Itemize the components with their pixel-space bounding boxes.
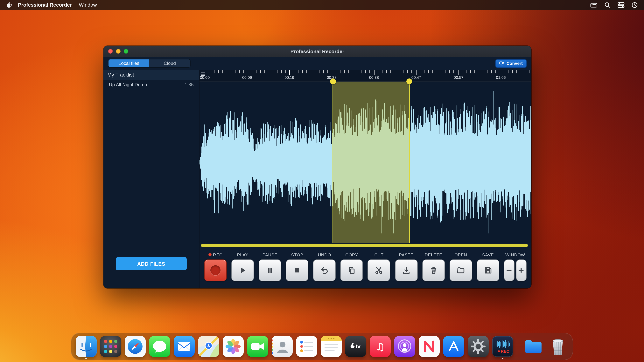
window-titlebar[interactable]: Professional Recorder [104,46,531,57]
music-icon: ♫ [370,336,391,357]
record-circle-icon [210,265,220,275]
timeline-minor-ticks [206,70,531,73]
dock-item-settings[interactable] [468,336,489,357]
delete-icon [429,266,438,275]
dock-item-downloads[interactable] [523,336,544,357]
window-title: Professional Recorder [104,48,531,54]
dock-item-podcasts[interactable] [394,336,415,357]
selection-region[interactable] [332,82,410,243]
running-indicator [502,358,504,359]
dock-item-messages[interactable] [149,336,170,357]
undo-button[interactable] [313,259,336,281]
dock-item-music[interactable]: ♫ [370,336,391,357]
dock-item-safari[interactable] [125,336,146,357]
paste-icon [402,266,411,275]
professional-recorder-icon: REC [492,336,513,357]
svg-text:♫: ♫ [376,341,385,353]
copy-button[interactable] [340,259,363,281]
convert-label: Convert [506,61,523,66]
timeline-major-tick [289,70,290,75]
clock-icon[interactable] [632,2,638,8]
horizontal-scrollbar [200,243,531,248]
dock-item-finder[interactable] [76,336,97,357]
toolbar-group-paste: PASTE [395,252,418,281]
toolbar-label: UNDO [318,252,331,257]
apple-logo-icon [6,2,12,8]
toolbar-label: WINDOW [505,252,525,257]
dock-item-news[interactable] [419,336,440,357]
add-files-button[interactable]: ADD FILES [116,257,187,270]
paste-button[interactable] [395,259,418,281]
toolbar-group-delete: DELETE [422,252,445,281]
menu-item-window[interactable]: Window [79,2,97,8]
dock-item-maps[interactable] [198,336,219,357]
dock-item-trash[interactable] [547,336,568,357]
scrollbar-thumb[interactable] [201,244,528,247]
toolbar-group-undo: UNDO [313,252,336,281]
dock-item-reminders[interactable] [296,336,317,357]
dock: tv♫REC [71,333,573,360]
timeline-label: 01:06 [496,75,506,80]
finder-icon [76,336,97,357]
podcasts-icon [394,336,415,357]
messages-icon [149,336,170,357]
save-button[interactable] [477,259,499,281]
close-button[interactable] [108,49,113,54]
menu-status-area [590,2,638,8]
track-row[interactable]: Up All Night Demo1:35 [104,80,199,89]
play-icon [238,266,247,275]
search-icon[interactable] [604,2,610,8]
dock-item-appletv[interactable]: tv [345,336,366,357]
dock-item-professional-recorder[interactable]: REC [492,336,513,357]
dock-item-launchpad[interactable] [100,336,121,357]
dock-separator [518,336,518,357]
zoom-button[interactable] [124,49,128,54]
appletv-icon: tv [345,336,366,357]
toolbar-group-window: WINDOW [504,252,526,281]
plus-button[interactable] [516,259,526,281]
dock-item-contacts[interactable] [272,336,293,357]
minimize-button[interactable] [116,49,120,54]
pause-button[interactable] [258,259,281,281]
timeline-label: 00:38 [369,75,379,80]
convert-button[interactable]: Convert [496,59,526,67]
rec-button[interactable] [204,259,227,281]
dock-item-photos[interactable] [223,336,244,357]
minus-button[interactable] [504,259,514,281]
stop-button[interactable] [286,259,308,281]
plus-icon [518,266,525,275]
pause-icon [265,266,274,275]
timeline-ruler[interactable]: 00:0000:0900:1900:2800:3800:4700:5701:06 [200,70,531,82]
downloads-icon [523,336,544,357]
selection-start-handle[interactable] [330,78,336,84]
toolbar-group-play: PLAY [232,252,254,281]
file-source-tabs: Local files Cloud [108,59,190,68]
dock-item-facetime[interactable] [247,336,268,357]
toolbar-group-pause: PAUSE [258,252,281,281]
cut-button[interactable] [368,259,390,281]
track-list: Up All Night Demo1:35 [104,80,199,89]
timeline-label: 00:00 [200,75,210,80]
open-button[interactable] [449,259,472,281]
keyboard-icon[interactable] [590,2,597,8]
dock-item-mail[interactable] [174,336,195,357]
control-center-icon[interactable] [618,2,624,8]
save-icon [484,266,493,275]
dock-item-appstore[interactable] [443,336,464,357]
tab-cloud[interactable]: Cloud [149,59,190,67]
toolbar-group-copy: COPY [340,252,363,281]
facetime-icon [247,336,268,357]
apple-menu[interactable] [6,2,12,8]
contacts-icon [272,336,293,357]
dock-item-notes[interactable] [321,336,342,357]
copy-icon [347,266,356,275]
app-menu-title[interactable]: Professional Recorder [18,2,72,8]
rec-indicator-dot [208,253,212,256]
stop-icon [292,266,302,275]
delete-button[interactable] [422,259,445,281]
toolbar-label: PAUSE [262,252,278,257]
news-icon [419,336,440,357]
timeline-major-tick [501,70,501,75]
play-button[interactable] [232,259,254,281]
tab-local-files[interactable]: Local files [108,59,149,67]
